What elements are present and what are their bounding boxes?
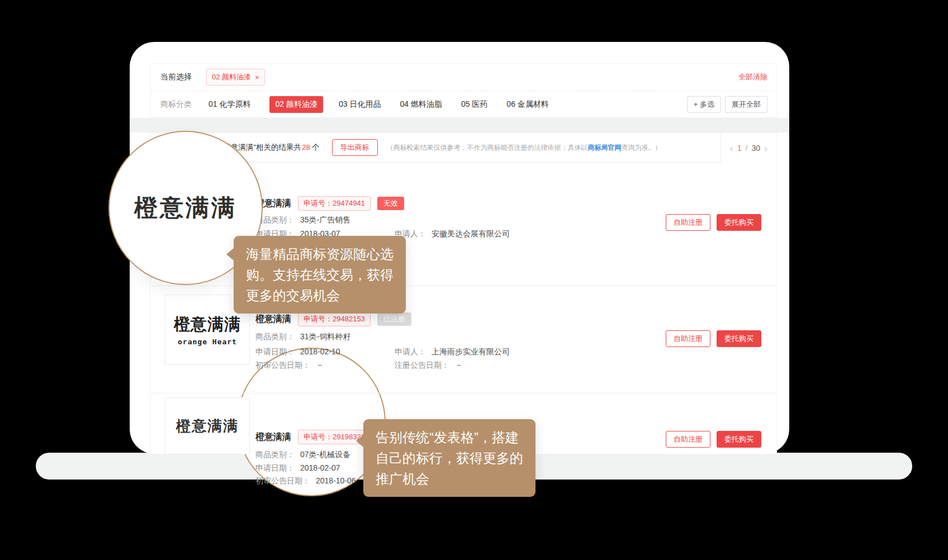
chip-close-icon[interactable]: ×: [255, 73, 259, 82]
clear-all-button[interactable]: 全部清除: [738, 72, 767, 82]
browser-window: 当前选择 02 颜料油漆 × 全部清除 商标分类 01 化学原料 02 颜料油漆…: [130, 42, 789, 454]
magnified-trademark-text: 橙意满满: [134, 192, 237, 224]
category-tab-01[interactable]: 01 化学原料: [208, 99, 250, 110]
row-actions: 自助注册 委托购买: [666, 214, 761, 231]
category-label: 商标分类: [160, 99, 192, 110]
app-no-label: 申请号：: [304, 433, 333, 441]
trademark-title-line: 橙意满满 申请号：29482153 已注册: [255, 312, 411, 326]
field-label: 申请日期：: [255, 463, 295, 472]
registration-announce-field: 注册公告日期：－: [395, 360, 463, 371]
category-row: 商标分类 01 化学原料 02 颜料油漆 03 日化用品 04 燃料油脂 05 …: [150, 91, 776, 117]
entrusted-purchase-button[interactable]: 委托购买: [717, 214, 761, 231]
field-value: 上海雨步实业有限公司: [432, 347, 510, 356]
app-no-value: 29474941: [333, 199, 365, 207]
panel-divider-strip: [130, 118, 789, 132]
trademark-image-text: 橙意满满: [174, 314, 241, 336]
expand-all-button[interactable]: 展开全部: [725, 96, 767, 113]
category-tab-06[interactable]: 06 金属材料: [506, 99, 548, 110]
field-label: 申请人：: [395, 347, 426, 356]
row-actions: 自助注册 委托购买: [666, 431, 761, 448]
field-value: －: [316, 360, 324, 369]
chip-label: 02 颜料油漆: [212, 72, 251, 82]
category-tab-03[interactable]: 03 日化用品: [339, 99, 381, 110]
total-pages: 30: [751, 144, 760, 153]
field-value: 2018-02-07: [300, 463, 340, 472]
current-selection-row: 当前选择 02 颜料油漆 × 全部清除: [150, 64, 776, 91]
callout-tooltip-promotion: 告别传统“发表格”，搭建 自己的标行，获得更多的 推广机会: [363, 419, 535, 497]
row-actions: 自助注册 委托购买: [666, 330, 761, 347]
tooltip-line: 推广机会: [376, 468, 523, 489]
disclaimer-text: （商标检索结果仅供参考，不作为商标能否注册的法律依据；具体以商标局官网查询为准。…: [387, 143, 662, 153]
next-page-icon[interactable]: ›: [764, 143, 767, 153]
entrusted-purchase-button[interactable]: 委托购买: [717, 330, 761, 347]
app-no-value: 29482153: [333, 315, 365, 323]
disclaimer-pre: （商标检索结果仅供参考，不作为商标能否注册的法律依据；具体以: [387, 144, 588, 151]
field-label: 商品类别：: [255, 450, 295, 459]
trademark-title-line: 橙意满满 申请号：29198321: [255, 430, 371, 444]
callout-tooltip-trade: 海量精品商标资源随心选 购。支持在线交易，获得 更多的交易机会: [234, 236, 406, 314]
status-badge: 已注册: [377, 312, 411, 326]
status-badge: 无效: [377, 197, 404, 210]
entrusted-purchase-button[interactable]: 委托购买: [717, 431, 761, 448]
pagination: ‹ 1 / 30 ›: [721, 133, 776, 163]
tooltip-line: 告别传统“发表格”，搭建: [376, 427, 523, 448]
field-label: 注册公告日期：: [395, 360, 449, 369]
selected-filter-chip[interactable]: 02 颜料油漆 ×: [206, 69, 265, 86]
category-tab-04[interactable]: 04 燃料油脂: [400, 99, 442, 110]
filter-panel: 当前选择 02 颜料油漆 × 全部清除 商标分类 01 化学原料 02 颜料油漆…: [150, 63, 777, 118]
category-tab-02-active[interactable]: 02 颜料油漆: [269, 96, 323, 113]
application-number-pill: 申请号：29482153: [298, 312, 371, 326]
tooltip-line: 自己的标行，获得更多的: [376, 448, 523, 468]
multi-select-button[interactable]: + 多选: [687, 96, 721, 113]
page-separator: /: [746, 144, 748, 152]
applicant-field: 申请人：上海雨步实业有限公司: [395, 347, 510, 357]
trademark-image-subtext: orange Heart: [178, 338, 237, 346]
trademark-image: 橙意满满: [165, 397, 250, 454]
field-value: 安徽美达会展有限公司: [432, 229, 510, 238]
filter-actions: + 多选 展开全部: [687, 96, 767, 113]
tooltip-line: 更多的交易机会: [246, 285, 394, 306]
trademark-name: 橙意满满: [255, 431, 291, 443]
field-value: 07类-机械设备: [300, 450, 350, 459]
field-value: －: [455, 360, 463, 369]
field-value: 31类-饲料种籽: [300, 332, 350, 341]
field-value: 35类-广告销售: [300, 215, 350, 224]
tooltip-line: 海量精品商标资源随心选: [246, 244, 394, 264]
result-count: 28: [302, 143, 310, 151]
date-line: 申请日期：2018-02-10 申请人：上海雨步实业有限公司: [255, 347, 776, 357]
field-label: 商品类别：: [255, 332, 295, 341]
field-value: 2018-10-06: [316, 476, 356, 485]
field-label: 申请日期：: [255, 347, 295, 356]
summary-middle: 相关的结果共: [256, 143, 301, 151]
field-label: 初审公告日期：: [255, 476, 310, 485]
tooltip-line: 购。支持在线交易，获得: [246, 264, 394, 285]
app-no-label: 申请号：: [304, 199, 333, 207]
trademark-image-text: 橙意满满: [176, 416, 239, 436]
category-tab-05[interactable]: 05 医药: [461, 99, 487, 110]
disclaimer-post: 查询为准。）: [622, 144, 662, 151]
export-trademarks-button[interactable]: 导出商标: [332, 139, 378, 156]
application-number-pill: 申请号：29474941: [298, 196, 371, 211]
category-tabs: 01 化学原料 02 颜料油漆 03 日化用品 04 燃料油脂 05 医药 06…: [208, 96, 568, 113]
trademark-name: 橙意满满: [255, 314, 291, 325]
self-register-button[interactable]: 自助注册: [666, 431, 710, 448]
self-register-button[interactable]: 自助注册: [666, 214, 710, 231]
current-selection-label: 当前选择: [160, 72, 192, 82]
prev-page-icon[interactable]: ‹: [730, 143, 733, 153]
current-page: 1: [737, 144, 742, 153]
applicant-field: 申请人：安徽美达会展有限公司: [395, 229, 510, 239]
self-register-button[interactable]: 自助注册: [666, 330, 710, 347]
announcement-line: 初审公告日期：－ 注册公告日期：－: [255, 360, 776, 371]
app-no-label: 申请号：: [304, 315, 333, 323]
trademark-title-line: 橙意满满 申请号：29474941 无效: [255, 196, 404, 211]
summary-unit: 个: [312, 143, 320, 151]
trademark-office-link[interactable]: 商标局官网: [588, 144, 622, 151]
field-value: 2018-02-10: [300, 347, 340, 356]
field-label: 初审公告日期：: [255, 360, 310, 369]
